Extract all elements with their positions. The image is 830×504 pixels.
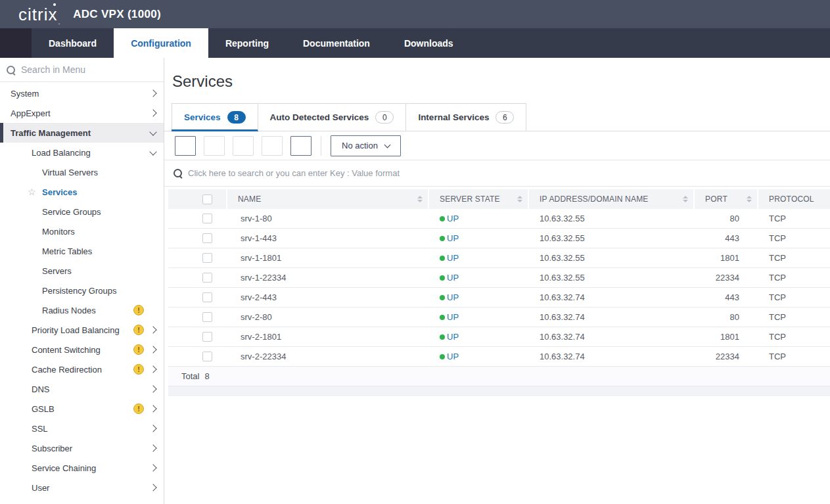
nav-tab-label: Configuration [131, 38, 191, 49]
citrix-logo-mark: . [58, 18, 60, 28]
sidebar-item[interactable]: ☆ Subscriber ! [0, 438, 164, 458]
server-state-link[interactable]: UP [447, 312, 459, 322]
nav-tab[interactable]: Configuration [114, 28, 208, 58]
warning-icon: ! [133, 305, 144, 315]
sidebar-item[interactable]: ☆ Radius Nodes ! [0, 300, 164, 320]
sidebar-item[interactable]: ☆ Servers ! [0, 261, 164, 281]
sidebar-item[interactable]: ☆ DNS ! [0, 379, 164, 399]
row-checkbox[interactable] [202, 312, 212, 322]
column-header[interactable]: PORT [695, 189, 757, 209]
sidebar-item[interactable]: ☆ GSLB ! [0, 399, 164, 419]
row-checkbox[interactable] [202, 214, 212, 223]
cell-name: srv-1-443 [227, 229, 428, 248]
chevron-icon [149, 484, 156, 491]
cell-port: 80 [695, 308, 757, 327]
sidebar-item[interactable]: ☆ Traffic Management ! [0, 123, 164, 143]
chevron-down-icon [384, 141, 390, 148]
column-header-label: SERVER STATE [440, 195, 500, 204]
row-checkbox[interactable] [202, 292, 212, 302]
server-state-link[interactable]: UP [447, 214, 459, 223]
server-state-link[interactable]: UP [447, 233, 459, 243]
column-header[interactable]: PROTOCOL [758, 189, 830, 209]
toolbar-button[interactable] [262, 136, 283, 156]
sidebar-item[interactable]: ☆ Service Groups ! [0, 202, 164, 221]
sort-icon[interactable] [517, 196, 528, 202]
tab-label: Internal Services [418, 112, 489, 122]
server-state-link[interactable]: UP [447, 273, 459, 283]
toolbar-button[interactable] [233, 136, 254, 156]
column-header[interactable]: IP ADDRESS/DOMAIN NAME [529, 189, 693, 209]
cell-ip-address: 10.63.32.55 [529, 209, 693, 228]
sidebar-item[interactable]: ☆ Content Switching ! [0, 340, 164, 359]
cell-ip-address: 10.63.32.55 [529, 229, 693, 248]
server-state-link[interactable]: UP [447, 332, 459, 342]
nav-tab[interactable]: Documentation [286, 28, 387, 58]
column-header[interactable]: NAME [227, 189, 428, 209]
server-state-link[interactable]: UP [447, 292, 459, 302]
search-icon [173, 169, 182, 177]
tab[interactable]: Internal Services 6 [405, 103, 526, 131]
search-icon [7, 66, 15, 74]
nav-tab[interactable]: Downloads [387, 28, 471, 58]
status-up-icon [440, 275, 445, 281]
row-checkbox[interactable] [202, 253, 212, 263]
sidebar-item[interactable]: ☆ Services ! [0, 182, 164, 202]
tab-label: Auto Detected Services [270, 112, 369, 122]
sidebar-item[interactable]: ☆ System ! [0, 83, 164, 103]
nav-spacer [0, 28, 32, 58]
sort-icon[interactable] [747, 196, 757, 202]
row-select-cell [168, 229, 226, 248]
cell-ip-address: 10.63.32.55 [529, 268, 693, 287]
sidebar-item[interactable]: ☆ SSL ! [0, 419, 164, 438]
server-state-link[interactable]: UP [447, 253, 459, 263]
sidebar-item-label: Persistency Groups [42, 286, 116, 296]
sidebar-item[interactable]: ☆ Load Balancing ! [0, 143, 164, 162]
sidebar-item-label: SSL [32, 424, 48, 434]
cell-server-state: UP [429, 347, 528, 366]
table-row: srv-1-80 UP 10.63.32.55 80 TCP [168, 209, 830, 229]
cell-name: srv-2-443 [227, 288, 428, 307]
sidebar-item[interactable]: ☆ Service Chaining ! [0, 458, 164, 478]
row-checkbox[interactable] [202, 233, 212, 243]
sidebar-item[interactable]: ☆ Monitors ! [0, 221, 164, 241]
table-search-input[interactable] [188, 168, 830, 178]
star-icon[interactable]: ☆ [28, 187, 36, 197]
chevron-icon [149, 109, 156, 116]
table-body: srv-1-80 UP 10.63.32.55 80 TCP srv-1-443 [168, 209, 830, 367]
column-header[interactable]: SERVER STATE [429, 189, 528, 209]
nav-tab[interactable]: Reporting [208, 28, 286, 58]
top-header: citrix . ADC VPX (1000) [0, 0, 830, 28]
select-all-checkbox[interactable] [202, 195, 212, 204]
row-select-cell [168, 268, 226, 287]
sidebar-item[interactable]: ☆ Cache Redirection ! [0, 359, 164, 379]
toolbar-button[interactable] [290, 136, 311, 156]
toolbar-button[interactable] [175, 136, 196, 156]
nav-tab[interactable]: Dashboard [32, 28, 114, 58]
sort-icon[interactable] [417, 196, 428, 202]
server-state-link[interactable]: UP [447, 352, 459, 361]
sidebar-item[interactable]: ☆ Virtual Servers ! [0, 162, 164, 182]
tab[interactable]: Services 8 [172, 103, 258, 131]
row-checkbox[interactable] [202, 273, 212, 283]
action-dropdown[interactable]: No action [331, 135, 401, 156]
sidebar-item[interactable]: ☆ Persistency Groups ! [0, 281, 164, 300]
sidebar-search-input[interactable] [21, 64, 157, 75]
sidebar-item-label: Service Groups [42, 207, 101, 217]
table-row: srv-2-22334 UP 10.63.32.74 22334 TCP [168, 347, 830, 367]
cell-ip-address: 10.63.32.55 [529, 248, 693, 267]
cell-server-state: UP [429, 268, 528, 287]
table-footer: Total 8 [168, 367, 830, 386]
sidebar-item[interactable]: ☆ Metric Tables ! [0, 241, 164, 261]
row-checkbox[interactable] [202, 332, 212, 342]
citrix-logo-text: citrix [18, 5, 57, 24]
sort-icon[interactable] [683, 196, 693, 202]
tab[interactable]: Auto Detected Services 0 [258, 103, 406, 131]
sidebar-item-label: Service Chaining [32, 463, 96, 473]
row-checkbox[interactable] [202, 352, 212, 361]
toolbar-button[interactable] [204, 136, 225, 156]
chevron-icon [149, 385, 156, 392]
sidebar-item[interactable]: ☆ Priority Load Balancing ! [0, 320, 164, 340]
sidebar-item[interactable]: ☆ User ! [0, 478, 164, 497]
status-up-icon [440, 315, 445, 320]
sidebar-item[interactable]: ☆ AppExpert ! [0, 103, 164, 123]
